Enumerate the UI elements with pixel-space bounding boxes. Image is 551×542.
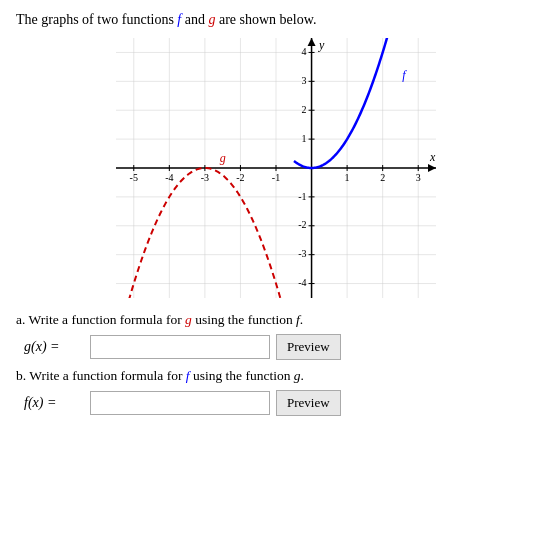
f-input[interactable] — [90, 391, 270, 415]
intro-text: The graphs of two functions f and g are … — [16, 12, 535, 28]
f-label: f(x) = — [24, 395, 84, 411]
g-label: g(x) = — [24, 339, 84, 355]
answer-row-b: f(x) = Preview — [24, 390, 535, 416]
func-g-label: g — [208, 12, 215, 27]
func-f-label: f — [177, 12, 181, 27]
graph-container — [16, 38, 535, 298]
and-text: and — [185, 12, 205, 27]
question-a: a. Write a function formula for g using … — [16, 312, 535, 328]
g-input[interactable] — [90, 335, 270, 359]
question-b: b. Write a function formula for f using … — [16, 368, 535, 384]
graph-canvas — [116, 38, 436, 298]
preview-button-b[interactable]: Preview — [276, 390, 341, 416]
preview-button-a[interactable]: Preview — [276, 334, 341, 360]
answer-row-a: g(x) = Preview — [24, 334, 535, 360]
